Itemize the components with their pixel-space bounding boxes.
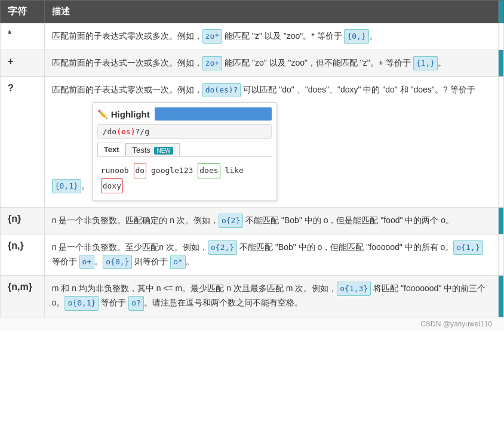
match-group: (es) [116,127,135,136]
table-row: {n,} n 是一个非负整数。至少匹配n 次。例如，o{2,} 不能匹配 "Bo… [1,234,504,276]
tab-tests[interactable]: Tests NEW [125,143,179,156]
test-like: like [225,166,243,175]
table-row: ? 匹配前面的子表达式零次或一次。例如，do(es)? 可以匹配 "do" 、"… [1,77,504,208]
match-do: do [134,163,147,178]
highlight-header: ✏️ Highlight [97,107,272,121]
symbol-question: ? [1,77,45,208]
desc-star: 匹配前面的子表达式零次或多次。例如，zo* 能匹配 "z" 以及 "zoo"。*… [44,23,498,50]
right-border-plus [499,50,504,77]
desc-ncomma: n 是一个非负整数。至少匹配n 次。例如，o{2,} 不能匹配 "Bob" 中的… [44,234,498,276]
regex-pattern: /do(es)?/g [97,124,272,139]
header-right [499,1,504,23]
right-border-n [499,208,504,234]
test-prefix: runoob [101,166,129,175]
symbol-plus: + [1,50,45,77]
tab-text[interactable]: Text [97,143,126,156]
match-does: does [198,163,220,178]
new-badge: NEW [154,147,173,155]
desc-nm: m 和 n 均为非负整数，其中 n <= m。最少匹配 n 次且最多匹配 m 次… [44,276,498,317]
desc-plus: 匹配前面的子表达式一次或多次。例如，zo+ 能匹配 "zo" 以及 "zoo"，… [44,50,498,77]
symbol-nm: {n,m} [1,276,45,317]
symbol-star: * [1,23,45,50]
symbol-ncomma: {n,} [1,234,45,276]
footer-note: CSDN @yanyuwei110 [0,317,504,331]
test-text-area: runoob do google123 does like doxy [97,161,272,196]
table-row: {n} n 是一个非负整数。匹配确定的 n 次。例如，o{2} 不能匹配 "Bo… [1,208,504,234]
table-row: + 匹配前面的子表达式一次或多次。例如，zo+ 能匹配 "zo" 以及 "zoo… [1,50,504,77]
right-border-nm [499,276,504,317]
main-table: 字符 描述 * 匹配前面的子表达式零次或多次。例如，zo* 能匹配 "z" 以及… [0,0,504,317]
right-border-question [499,77,504,208]
table-row: * 匹配前面的子表达式零次或多次。例如，zo* 能匹配 "z" 以及 "zoo"… [1,23,504,50]
highlight-label: Highlight [111,109,150,119]
desc-n: n 是一个非负整数。匹配确定的 n 次。例如，o{2} 不能匹配 "Bob" 中… [44,208,498,234]
pencil-icon: ✏️ [97,109,107,119]
highlight-popup: ✏️ Highlight /do(es)?/g Text Tests NEW [92,102,277,201]
highlight-blue-bar [155,107,272,121]
symbol-n: {n} [1,208,45,234]
match-doxy: doxy [101,178,123,193]
right-border-star [499,23,504,50]
header-symbol: 字符 [1,1,45,23]
test-mid: google123 [151,166,193,175]
header-desc: 描述 [44,1,498,23]
right-border-ncomma [499,234,504,276]
desc-question: 匹配前面的子表达式零次或一次。例如，do(es)? 可以匹配 "do" 、"do… [44,77,498,208]
tabs-row: Text Tests NEW [97,143,272,157]
table-row: {n,m} m 和 n 均为非负整数，其中 n <= m。最少匹配 n 次且最多… [1,276,504,317]
